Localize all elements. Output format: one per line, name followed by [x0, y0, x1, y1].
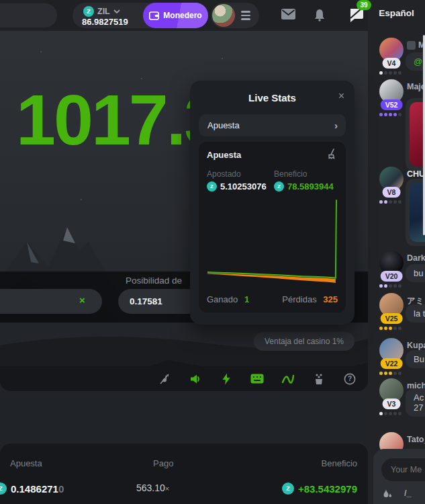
level-progress-dots — [379, 200, 402, 204]
chat-message-input[interactable] — [381, 458, 425, 481]
chat-language-room[interactable]: Español — [368, 8, 425, 18]
level-progress-dots — [379, 71, 402, 75]
wallet-icon — [149, 11, 159, 20]
level-badge: V4 — [383, 58, 401, 69]
notifications-badge: 39 — [357, 0, 371, 10]
wallet-button-label: Monedero — [163, 11, 201, 20]
wagered-value: 5.10253076 — [220, 181, 267, 192]
chat-text-message[interactable]: @ — [406, 52, 425, 71]
chevron-right-icon: › — [326, 114, 338, 136]
chat-image-message[interactable] — [406, 179, 425, 246]
zil-coin-icon: Z — [207, 181, 217, 192]
help-icon[interactable]: ? — [342, 372, 357, 386]
reset-stats-icon[interactable] — [327, 149, 338, 159]
avatar[interactable] — [212, 4, 235, 27]
selector-value: Apuesta — [199, 120, 240, 130]
level-badge: V25 — [381, 313, 403, 324]
chat-image-message[interactable] — [406, 98, 425, 171]
result-payout-value: 563.10× — [136, 482, 169, 493]
house-edge-button[interactable]: Ventaja del casino 1% — [254, 332, 355, 351]
wagered-label: Apostado — [207, 169, 274, 179]
result-profit-value: Z +83.5432979 — [282, 482, 357, 495]
level-progress-dots — [379, 284, 402, 288]
mask-emoji-icon — [407, 41, 416, 50]
menu-icon — [241, 11, 250, 20]
turbo-icon[interactable] — [219, 372, 234, 386]
sound-icon[interactable] — [188, 372, 203, 386]
currency-code: ZIL — [97, 7, 110, 16]
user-menu[interactable] — [211, 3, 259, 28]
chat-input-panel: /_ — [373, 449, 425, 504]
stats-card-title: Apuesta — [207, 150, 338, 160]
level-progress-dots — [379, 113, 402, 116]
wins-value: 1 — [244, 294, 249, 304]
seed-icon[interactable] — [312, 372, 326, 386]
chat-username[interactable]: CHUZ — [407, 169, 425, 179]
currency-selector[interactable]: Z ZIL 86.9827519 Monedero — [73, 3, 208, 28]
losses-value: 325 — [323, 294, 338, 304]
top-navbar: Z ZIL 86.9827519 Monedero 39 — [0, 0, 368, 31]
close-icon[interactable]: × — [338, 90, 344, 102]
game-toolbar: ? — [0, 366, 368, 391]
profit-value: 78.5893944 — [287, 181, 334, 192]
losses-label: Pérdidas — [282, 294, 316, 304]
chat-username[interactable]: Tato_ — [407, 435, 425, 444]
chat-username[interactable]: Kupa — [407, 341, 425, 350]
zil-coin-icon: Z — [0, 482, 7, 495]
chat-text-message[interactable]: Ac27 — [406, 388, 425, 417]
stats-card: Apuesta Apostado Z 5.10253076 Beneficio … — [199, 142, 346, 312]
level-badge: V52 — [381, 99, 403, 110]
music-off-icon[interactable] — [157, 372, 172, 386]
chat-username[interactable]: Maje — [407, 82, 425, 91]
profit-line — [207, 200, 336, 278]
profit-label: Beneficio — [274, 169, 334, 179]
stats-game-selector[interactable]: Apuesta › — [199, 114, 346, 136]
level-badge: V8 — [383, 187, 401, 198]
chat-sidebar: Español V4Mi@V52MajeV8CHUZV20DarkbuV25アミ… — [368, 0, 425, 504]
result-header-bet: Apuesta — [10, 458, 42, 468]
live-stats-chart — [207, 197, 338, 284]
commands-slash-icon[interactable]: /_ — [404, 488, 412, 499]
level-badge: V22 — [381, 358, 403, 369]
result-header-profit: Beneficio — [322, 458, 357, 468]
zil-coin-icon: Z — [282, 482, 294, 495]
level-badge: V3 — [383, 398, 401, 409]
mail-icon[interactable] — [281, 9, 295, 19]
search-input[interactable] — [0, 3, 57, 28]
chat-username[interactable]: Mi — [407, 40, 425, 50]
result-bet-value: Z 0.14862710 — [0, 482, 64, 495]
level-progress-dots — [379, 412, 402, 415]
chat-text-message[interactable]: bu — [406, 264, 425, 282]
level-progress-dots — [379, 372, 402, 375]
live-stats-panel: Live Stats × Apuesta › Apuesta Apostado … — [190, 81, 355, 325]
live-stats-icon[interactable] — [281, 372, 295, 386]
chat-text-message[interactable]: Bu — [406, 350, 425, 368]
svg-text:?: ? — [348, 375, 352, 382]
win-chance-label: Posibilidad de — [126, 276, 182, 286]
chevron-down-icon — [113, 9, 120, 13]
multiplier-x-symbol: × — [79, 294, 85, 306]
zil-coin-icon: Z — [83, 6, 94, 17]
live-stats-title: Live Stats — [190, 92, 355, 103]
wins-label: Ganado — [207, 294, 238, 304]
rain-drop-icon[interactable] — [383, 488, 392, 499]
result-header-payout: Pago — [153, 458, 173, 468]
chat-username[interactable]: Dark — [407, 253, 425, 263]
target-multiplier-input[interactable] — [0, 289, 102, 314]
hotkeys-icon[interactable] — [250, 372, 265, 386]
chat-text-message[interactable]: la t — [406, 304, 425, 323]
level-badge: V20 — [381, 271, 403, 282]
zil-coin-icon: Z — [274, 181, 284, 192]
bell-icon[interactable] — [314, 9, 326, 22]
wallet-button[interactable]: Monedero — [143, 3, 208, 28]
last-bet-result-bar: Apuesta Pago Beneficio Z 0.14862710 563.… — [0, 444, 368, 504]
level-progress-dots — [379, 327, 402, 330]
wallet-balance: 86.9827519 — [82, 17, 128, 27]
